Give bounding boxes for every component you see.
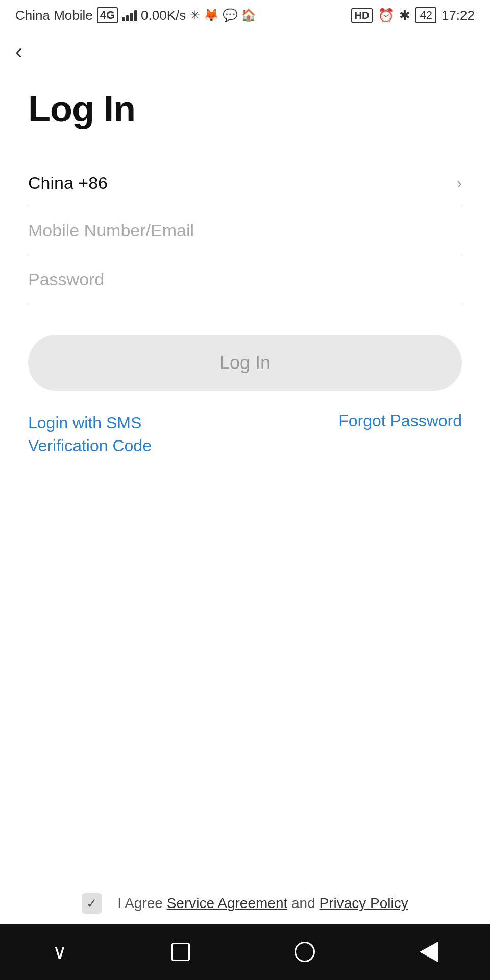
bluetooth-icon: ✱ xyxy=(399,8,410,23)
sms-verification-link[interactable]: Login with SMS Verification Code xyxy=(28,411,171,457)
agreement-area: ✓ I Agree Service Agreement and Privacy … xyxy=(0,893,490,914)
agreement-prefix: I Agree xyxy=(117,895,167,911)
forgot-password-link[interactable]: Forgot Password xyxy=(338,411,462,430)
login-button[interactable]: Log In xyxy=(28,335,462,391)
mobile-email-input[interactable] xyxy=(28,206,462,255)
nav-square-icon xyxy=(172,943,190,961)
country-selector[interactable]: China +86 › xyxy=(28,160,462,206)
country-label: China +86 xyxy=(28,173,108,193)
back-area: ‹ xyxy=(0,31,490,67)
main-content: Log In China +86 › Log In Login with SMS… xyxy=(0,67,490,980)
password-wrapper xyxy=(28,255,462,304)
signal-icon xyxy=(122,9,137,21)
links-row: Login with SMS Verification Code Forgot … xyxy=(28,411,462,457)
alarm-icon: ⏰ xyxy=(378,8,394,23)
mobile-email-wrapper xyxy=(28,206,462,255)
status-bar-left: China Mobile 4G 0.00K/s ✳ 🦊 💬 🏠 xyxy=(15,7,256,23)
service-agreement-link[interactable]: Service Agreement xyxy=(167,895,288,911)
battery-icon: 42 xyxy=(415,7,436,23)
password-input[interactable] xyxy=(28,255,462,304)
nav-square-button[interactable] xyxy=(172,943,190,961)
status-bar-right: HD ⏰ ✱ 42 17:22 xyxy=(351,7,475,23)
back-button[interactable]: ‹ xyxy=(15,41,22,62)
chevron-right-icon: › xyxy=(457,175,462,192)
notification-icons: ✳ 🦊 💬 🏠 xyxy=(190,8,256,22)
agreement-text: I Agree Service Agreement and Privacy Po… xyxy=(117,895,408,912)
privacy-policy-link[interactable]: Privacy Policy xyxy=(320,895,408,911)
nav-back-button[interactable] xyxy=(420,942,438,962)
network-type: 4G xyxy=(97,7,118,23)
nav-bar: ∨ xyxy=(0,924,490,980)
checkmark-icon: ✓ xyxy=(86,896,97,912)
checkbox-wrapper: ✓ xyxy=(82,893,102,914)
time-display: 17:22 xyxy=(442,8,475,23)
speed-text: 0.00K/s xyxy=(141,8,186,23)
carrier-text: China Mobile xyxy=(15,8,93,23)
nav-circle-icon xyxy=(295,942,315,962)
nav-down-button[interactable]: ∨ xyxy=(53,941,67,963)
hd-badge: HD xyxy=(351,8,373,23)
status-bar: China Mobile 4G 0.00K/s ✳ 🦊 💬 🏠 HD ⏰ ✱ 4… xyxy=(0,0,490,31)
nav-circle-button[interactable] xyxy=(295,942,315,962)
page-title: Log In xyxy=(28,88,462,130)
agree-checkbox[interactable]: ✓ xyxy=(82,893,102,914)
agreement-conjunction: and xyxy=(287,895,319,911)
nav-triangle-icon xyxy=(420,942,438,962)
